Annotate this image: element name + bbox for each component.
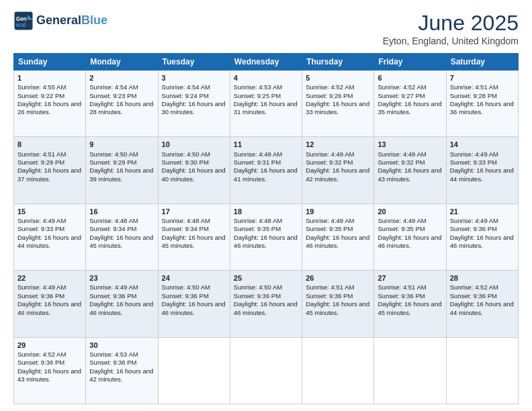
sunrise-label: Sunrise: 4:54 AM (162, 83, 210, 91)
daylight-label: Daylight: 16 hours and 26 minutes. (17, 100, 81, 116)
calendar-day-cell: 5Sunrise: 4:52 AMSunset: 9:26 PMDaylight… (302, 71, 374, 137)
col-thursday: Thursday (302, 54, 374, 71)
daylight-label: Daylight: 16 hours and 46 minutes. (162, 300, 226, 316)
sunset-label: Sunset: 9:34 PM (162, 225, 209, 232)
sunrise-label: Sunrise: 4:49 AM (234, 150, 282, 158)
daylight-label: Daylight: 16 hours and 30 minutes. (162, 100, 226, 116)
calendar-day-cell: 2Sunrise: 4:54 AMSunset: 9:23 PMDaylight… (86, 71, 158, 137)
calendar-day-cell: 20Sunrise: 4:49 AMSunset: 9:35 PMDayligh… (374, 203, 446, 270)
calendar-day-cell: 30Sunrise: 4:53 AMSunset: 9:36 PMDayligh… (86, 337, 158, 404)
sunset-label: Sunset: 9:24 PM (162, 92, 209, 99)
sunrise-label: Sunrise: 4:48 AM (234, 217, 282, 224)
empty-cell (230, 337, 302, 404)
sunset-label: Sunset: 9:32 PM (378, 158, 425, 166)
sunset-label: Sunset: 9:30 PM (162, 158, 209, 166)
day-number: 4 (234, 73, 298, 83)
calendar-day-cell: 26Sunrise: 4:51 AMSunset: 9:36 PMDayligh… (302, 271, 374, 337)
sunrise-label: Sunrise: 4:55 AM (17, 83, 66, 91)
sunset-label: Sunset: 9:36 PM (234, 292, 281, 300)
calendar-week-row: 22Sunrise: 4:49 AMSunset: 9:36 PMDayligh… (14, 271, 519, 337)
logo-icon: Gen eral (13, 11, 34, 31)
daylight-label: Daylight: 16 hours and 31 minutes. (234, 100, 298, 116)
day-number: 29 (17, 340, 82, 350)
day-number: 11 (234, 140, 298, 149)
day-number: 1 (17, 73, 82, 83)
sunset-label: Sunset: 9:36 PM (378, 292, 425, 300)
sunset-label: Sunset: 9:26 PM (306, 92, 353, 99)
calendar-day-cell: 22Sunrise: 4:49 AMSunset: 9:36 PMDayligh… (14, 271, 86, 337)
sunrise-label: Sunrise: 4:53 AM (89, 351, 138, 358)
day-number: 23 (89, 273, 154, 283)
sunrise-label: Sunrise: 4:48 AM (89, 217, 138, 224)
sunrise-label: Sunrise: 4:54 AM (89, 83, 138, 91)
sunset-label: Sunset: 9:36 PM (17, 292, 64, 300)
sunset-label: Sunset: 9:23 PM (89, 92, 136, 99)
sunrise-label: Sunrise: 4:52 AM (378, 83, 426, 91)
daylight-label: Daylight: 16 hours and 43 minutes. (17, 367, 81, 383)
day-number: 18 (234, 207, 298, 216)
calendar-day-cell: 8Sunrise: 4:51 AMSunset: 9:29 PMDaylight… (14, 137, 86, 203)
sunrise-label: Sunrise: 4:52 AM (306, 83, 354, 91)
calendar-day-cell: 4Sunrise: 4:53 AMSunset: 9:25 PMDaylight… (230, 71, 302, 137)
calendar-day-cell: 19Sunrise: 4:49 AMSunset: 9:35 PMDayligh… (302, 203, 374, 270)
sunrise-label: Sunrise: 4:49 AM (378, 217, 426, 224)
sunset-label: Sunset: 9:35 PM (306, 225, 353, 232)
daylight-label: Daylight: 16 hours and 33 minutes. (306, 100, 369, 116)
calendar-day-cell: 7Sunrise: 4:51 AMSunset: 9:28 PMDaylight… (446, 71, 518, 137)
col-monday: Monday (86, 54, 158, 71)
daylight-label: Daylight: 16 hours and 46 minutes. (17, 300, 81, 316)
calendar-day-cell: 9Sunrise: 4:50 AMSunset: 9:29 PMDaylight… (86, 137, 158, 203)
calendar-day-cell: 18Sunrise: 4:48 AMSunset: 9:35 PMDayligh… (230, 203, 302, 270)
sunset-label: Sunset: 9:31 PM (234, 158, 281, 166)
sunrise-label: Sunrise: 4:49 AM (450, 217, 498, 224)
day-number: 16 (89, 207, 154, 216)
calendar-day-cell: 1Sunrise: 4:55 AMSunset: 9:22 PMDaylight… (14, 71, 86, 137)
calendar-day-cell: 10Sunrise: 4:50 AMSunset: 9:30 PMDayligh… (158, 137, 230, 203)
sunset-label: Sunset: 9:22 PM (17, 92, 64, 99)
calendar-day-cell: 3Sunrise: 4:54 AMSunset: 9:24 PMDaylight… (158, 71, 230, 137)
sunrise-label: Sunrise: 4:50 AM (162, 150, 210, 158)
daylight-label: Daylight: 16 hours and 44 minutes. (450, 167, 514, 182)
calendar-day-cell: 15Sunrise: 4:49 AMSunset: 9:33 PMDayligh… (14, 203, 86, 270)
sunset-label: Sunset: 9:28 PM (450, 92, 497, 99)
sunrise-label: Sunrise: 4:49 AM (17, 283, 66, 291)
sunset-label: Sunset: 9:36 PM (89, 359, 136, 366)
daylight-label: Daylight: 16 hours and 46 minutes. (306, 234, 369, 249)
logo: Gen eral GeneralBlue (13, 11, 107, 31)
calendar-day-cell: 21Sunrise: 4:49 AMSunset: 9:36 PMDayligh… (446, 203, 518, 270)
daylight-label: Daylight: 16 hours and 28 minutes. (89, 100, 153, 116)
daylight-label: Daylight: 16 hours and 46 minutes. (234, 300, 298, 316)
day-number: 24 (162, 273, 226, 283)
calendar-day-cell: 29Sunrise: 4:52 AMSunset: 9:36 PMDayligh… (14, 337, 86, 404)
calendar-day-cell: 16Sunrise: 4:48 AMSunset: 9:34 PMDayligh… (86, 203, 158, 270)
sunset-label: Sunset: 9:36 PM (17, 359, 64, 366)
col-tuesday: Tuesday (158, 54, 230, 71)
day-number: 6 (378, 73, 442, 83)
daylight-label: Daylight: 16 hours and 45 minutes. (89, 234, 153, 249)
daylight-label: Daylight: 16 hours and 35 minutes. (378, 100, 441, 116)
daylight-label: Daylight: 16 hours and 46 minutes. (234, 234, 298, 249)
day-number: 25 (234, 273, 298, 283)
sunset-label: Sunset: 9:36 PM (450, 292, 497, 300)
day-number: 7 (450, 73, 515, 83)
sunrise-label: Sunrise: 4:52 AM (17, 351, 66, 358)
sunset-label: Sunset: 9:29 PM (89, 158, 136, 166)
daylight-label: Daylight: 16 hours and 46 minutes. (450, 234, 514, 249)
title-block: June 2025 Eyton, England, United Kingdom (383, 11, 519, 46)
day-number: 12 (306, 140, 370, 149)
sunrise-label: Sunrise: 4:49 AM (306, 217, 354, 224)
location: Eyton, England, United Kingdom (383, 36, 519, 46)
day-number: 10 (162, 140, 226, 149)
day-number: 19 (306, 207, 370, 216)
sunrise-label: Sunrise: 4:49 AM (306, 150, 354, 158)
daylight-label: Daylight: 16 hours and 37 minutes. (17, 167, 81, 182)
day-number: 15 (17, 207, 82, 216)
sunrise-label: Sunrise: 4:51 AM (17, 150, 66, 158)
day-number: 8 (17, 140, 82, 149)
sunset-label: Sunset: 9:32 PM (306, 158, 353, 166)
calendar-day-cell: 13Sunrise: 4:49 AMSunset: 9:32 PMDayligh… (374, 137, 446, 203)
daylight-label: Daylight: 16 hours and 42 minutes. (306, 167, 369, 182)
empty-cell (302, 337, 374, 404)
sunrise-label: Sunrise: 4:52 AM (450, 283, 498, 291)
svg-text:eral: eral (16, 22, 26, 28)
